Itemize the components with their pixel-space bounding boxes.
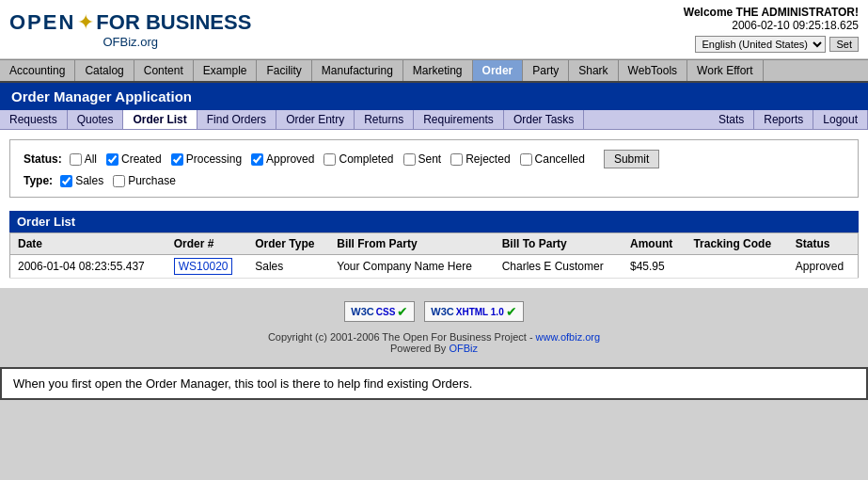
language-select[interactable]: English (United States) (695, 36, 826, 53)
logo-sub: OFBiz.org (103, 35, 158, 49)
nav-shark[interactable]: Shark (569, 60, 618, 81)
powered-link[interactable]: OFBiz (449, 343, 478, 354)
filter-processing[interactable]: Processing (171, 152, 242, 166)
row-date: 2006-01-04 08:23:55.437 (10, 255, 166, 279)
row-bill-to: Charles E Customer (495, 255, 623, 279)
status-bar: When you first open the Order Manager, t… (0, 367, 868, 400)
filter-sales-checkbox[interactable] (60, 175, 72, 187)
filter-processing-checkbox[interactable] (171, 153, 183, 166)
table-row: 2006-01-04 08:23:55.437 WS10020 Sales Yo… (10, 255, 859, 279)
filter-completed[interactable]: Completed (324, 152, 393, 166)
nav-content[interactable]: Content (134, 60, 194, 81)
filter-purchase-checkbox[interactable] (113, 175, 125, 187)
logo-forbusiness: FOR BUSINESS (96, 10, 251, 35)
type-label: Type: (24, 174, 53, 187)
logo: OPEN ✦ FOR BUSINESS OFBiz.org (9, 10, 251, 49)
status-label: Status: (24, 152, 62, 166)
filter-completed-checkbox[interactable] (324, 153, 336, 166)
welcome-text: Welcome THE ADMINISTRATOR! (684, 6, 859, 19)
logo-open: OPEN (9, 10, 75, 35)
sub-navigation: Requests Quotes Order List Find Orders O… (0, 110, 868, 130)
footer: W3C CSS ✔ W3C XHTML 1.0 ✔ Copyright (c) … (0, 288, 868, 367)
ofbiz-link[interactable]: www.ofbiz.org (536, 331, 600, 343)
css-badge: W3C CSS ✔ (344, 301, 415, 322)
subnav-requests[interactable]: Requests (0, 110, 68, 129)
col-tracking: Tracking Code (686, 233, 787, 255)
filter-all[interactable]: All (70, 152, 97, 166)
subnav-ordertasks[interactable]: Order Tasks (504, 110, 584, 129)
col-status: Status (788, 233, 859, 255)
subnav-stats[interactable]: Stats (709, 110, 754, 129)
datetime-text: 2006-02-10 09:25:18.625 (684, 19, 859, 32)
filter-purchase[interactable]: Purchase (113, 174, 176, 187)
order-link[interactable]: WS10020 (174, 258, 233, 275)
nav-example[interactable]: Example (194, 60, 258, 81)
set-button[interactable]: Set (829, 37, 859, 52)
nav-workeffort[interactable]: Work Effort (687, 60, 764, 81)
submit-button[interactable]: Submit (604, 150, 659, 168)
row-tracking (686, 255, 787, 279)
filter-approved-checkbox[interactable] (251, 153, 263, 166)
col-order-type: Order Type (247, 233, 329, 255)
filter-all-checkbox[interactable] (70, 153, 82, 166)
filter-sent[interactable]: Sent (403, 152, 442, 166)
order-table: Date Order # Order Type Bill From Party … (9, 232, 859, 279)
filter-rejected[interactable]: Rejected (450, 152, 510, 166)
subnav-orderentry[interactable]: Order Entry (276, 110, 355, 129)
nav-webtools[interactable]: WebTools (619, 60, 687, 81)
row-status: Approved (788, 255, 859, 279)
nav-party[interactable]: Party (523, 60, 569, 81)
nav-manufacturing[interactable]: Manufacturing (312, 60, 403, 81)
filter-rejected-checkbox[interactable] (450, 153, 463, 166)
status-text: When you first open the Order Manager, t… (13, 376, 472, 391)
filter-cancelled[interactable]: Cancelled (520, 152, 585, 166)
nav-facility[interactable]: Facility (257, 60, 311, 81)
row-amount: $45.95 (623, 255, 686, 279)
filter-sales[interactable]: Sales (60, 174, 103, 187)
filter-created[interactable]: Created (106, 152, 162, 166)
subnav-orderlist[interactable]: Order List (123, 110, 197, 129)
top-navigation: Accounting Catalog Content Example Facil… (0, 59, 868, 83)
nav-marketing[interactable]: Marketing (403, 60, 473, 81)
order-list-title: Order List (9, 211, 859, 232)
subnav-requirements[interactable]: Requirements (414, 110, 504, 129)
filter-panel: Status: All Created Processing Approved … (9, 139, 859, 198)
filter-cancelled-checkbox[interactable] (520, 153, 532, 166)
filter-created-checkbox[interactable] (106, 153, 118, 166)
row-order-type: Sales (247, 255, 329, 279)
col-bill-from: Bill From Party (329, 233, 494, 255)
subnav-findorders[interactable]: Find Orders (197, 110, 276, 129)
row-bill-from: Your Company Name Here (329, 255, 494, 279)
filter-approved[interactable]: Approved (251, 152, 314, 166)
subnav-returns[interactable]: Returns (355, 110, 414, 129)
col-date: Date (10, 233, 166, 255)
filter-sent-checkbox[interactable] (403, 153, 416, 166)
logo-star-icon: ✦ (77, 10, 94, 35)
subnav-logout[interactable]: Logout (813, 110, 868, 129)
nav-accounting[interactable]: Accounting (0, 60, 75, 81)
subnav-reports[interactable]: Reports (754, 110, 813, 129)
subnav-quotes[interactable]: Quotes (68, 110, 124, 129)
copyright-text: Copyright (c) 2001-2006 The Open For Bus… (13, 331, 855, 354)
nav-catalog[interactable]: Catalog (75, 60, 134, 81)
nav-order[interactable]: Order (473, 60, 524, 81)
col-amount: Amount (623, 233, 686, 255)
app-title: Order Manager Application (11, 88, 192, 104)
xhtml-badge: W3C XHTML 1.0 ✔ (424, 301, 523, 322)
row-order-num[interactable]: WS10020 (166, 255, 247, 279)
col-order-num: Order # (166, 233, 247, 255)
col-bill-to: Bill To Party (495, 233, 623, 255)
